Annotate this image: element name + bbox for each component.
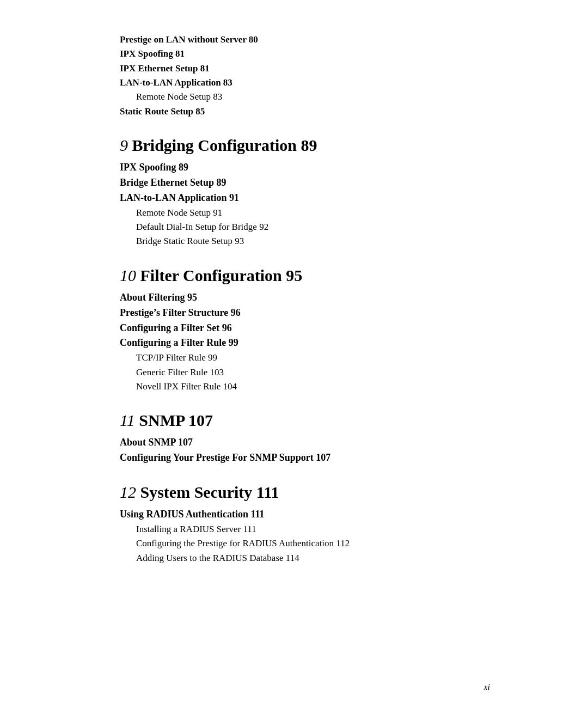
entry-lan-to-lan-91: LAN-to-LAN Application 91 — [120, 191, 490, 206]
entry-lan-to-lan-83: LAN-to-LAN Application 83 — [120, 76, 490, 90]
chapter-9-number: 9 — [120, 136, 128, 154]
entry-configuring-radius: Configuring the Prestige for RADIUS Auth… — [120, 536, 490, 551]
entry-snmp-support: Configuring Your Prestige For SNMP Suppo… — [120, 450, 490, 466]
chapter-10-heading: 10 Filter Configuration 95 — [120, 264, 490, 287]
entry-ipx-spoofing-80: IPX Spoofing 81 — [120, 47, 490, 61]
chapter-12-heading: 12 System Security 111 — [120, 481, 490, 504]
entry-novell-filter: Novell IPX Filter Rule 104 — [120, 380, 490, 394]
chapter-9-heading: 9 Bridging Configuration 89 — [120, 134, 490, 157]
entry-ipx-spoofing-89: IPX Spoofing 89 — [120, 160, 490, 175]
chapter-10-section: 10 Filter Configuration 95 About Filteri… — [120, 264, 490, 394]
entry-prestige-lan: Prestige on LAN without Server 80 — [120, 33, 490, 47]
entry-ipx-ethernet: IPX Ethernet Setup 81 — [120, 62, 490, 76]
chapter-10-number: 10 — [120, 266, 136, 284]
entry-remote-node-91: Remote Node Setup 91 — [120, 206, 490, 220]
chapter-12-number: 12 — [120, 483, 136, 501]
entry-adding-users: Adding Users to the RADIUS Database 114 — [120, 551, 490, 565]
entry-default-dial-in: Default Dial-In Setup for Bridge 92 — [120, 220, 490, 234]
chapter-11-heading: 11 SNMP 107 — [120, 409, 490, 432]
chapter-9-title: Bridging Configuration 89 — [132, 136, 317, 154]
page-footer: xi — [483, 682, 490, 692]
chapter-10-title: Filter Configuration 95 — [140, 266, 303, 284]
chapter-12-title: System Security 111 — [140, 483, 279, 501]
entry-filter-rule: Configuring a Filter Rule 99 — [120, 335, 490, 351]
entry-bridge-static-route: Bridge Static Route Setup 93 — [120, 234, 490, 248]
entry-static-route-85: Static Route Setup 85 — [120, 105, 490, 119]
entry-remote-node-83: Remote Node Setup 83 — [120, 90, 490, 104]
entry-radius-auth: Using RADIUS Authentication 111 — [120, 507, 490, 522]
entry-tcpip-filter: TCP/IP Filter Rule 99 — [120, 351, 490, 365]
entry-generic-filter: Generic Filter Rule 103 — [120, 365, 490, 380]
entry-filter-structure: Prestige’s Filter Structure 96 — [120, 306, 490, 321]
chapter-12-section: 12 System Security 111 Using RADIUS Auth… — [120, 481, 490, 565]
chapter-11-number: 11 — [120, 411, 135, 429]
entry-about-filtering: About Filtering 95 — [120, 290, 490, 306]
entry-installing-radius: Installing a RADIUS Server 111 — [120, 522, 490, 536]
chapter-11-title: SNMP 107 — [139, 411, 213, 429]
page-number: xi — [483, 682, 490, 692]
entry-bridge-ethernet: Bridge Ethernet Setup 89 — [120, 175, 490, 191]
chapter-9-section: 9 Bridging Configuration 89 IPX Spoofing… — [120, 134, 490, 249]
chapter-11-section: 11 SNMP 107 About SNMP 107 Configuring Y… — [120, 409, 490, 466]
entry-filter-set: Configuring a Filter Set 96 — [120, 321, 490, 336]
top-entries: Prestige on LAN without Server 80 IPX Sp… — [120, 33, 490, 119]
entry-about-snmp: About SNMP 107 — [120, 435, 490, 450]
